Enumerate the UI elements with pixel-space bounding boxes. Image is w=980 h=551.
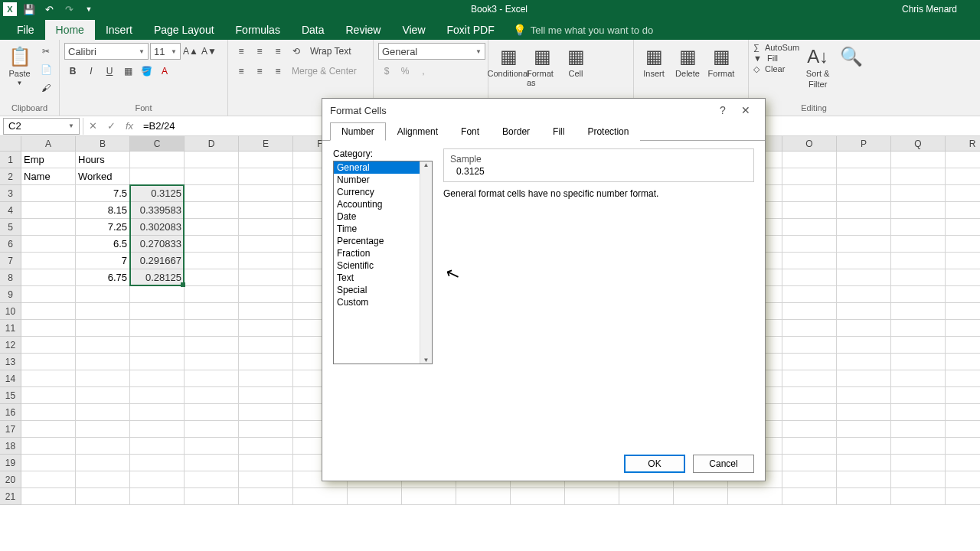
cell[interactable] (837, 152, 891, 168)
cell[interactable] (21, 337, 76, 354)
tab-data[interactable]: Data (291, 20, 335, 40)
cell[interactable] (946, 253, 980, 269)
enter-formula-icon[interactable]: ✓ (102, 118, 120, 135)
column-header[interactable]: E (239, 136, 293, 152)
cell[interactable] (946, 370, 980, 387)
column-header[interactable]: B (76, 136, 130, 152)
cell[interactable]: 8.15 (76, 202, 130, 219)
row-header[interactable]: 13 (0, 354, 21, 370)
select-all-corner[interactable] (0, 136, 21, 152)
cell[interactable] (239, 269, 293, 286)
category-item[interactable]: Special (334, 284, 432, 296)
font-color-button[interactable]: A (156, 63, 173, 80)
cell[interactable] (946, 421, 980, 438)
cell[interactable] (946, 320, 980, 337)
cell[interactable] (837, 253, 891, 269)
cell[interactable] (130, 337, 185, 354)
cell[interactable] (674, 488, 728, 505)
cell[interactable] (21, 269, 76, 286)
cell[interactable] (239, 471, 293, 488)
cell[interactable] (891, 370, 946, 387)
cell[interactable] (76, 455, 130, 471)
increase-font-icon[interactable]: A▲ (182, 43, 199, 60)
cell[interactable] (782, 337, 837, 354)
cell[interactable] (619, 488, 674, 505)
cell[interactable] (185, 404, 239, 421)
currency-icon[interactable]: $ (378, 63, 395, 80)
cell[interactable] (837, 387, 891, 404)
cell[interactable] (185, 471, 239, 488)
cell[interactable] (511, 488, 565, 505)
cell[interactable] (130, 438, 185, 455)
cell[interactable] (837, 185, 891, 202)
cell[interactable]: 6.75 (76, 269, 130, 286)
comma-icon[interactable]: , (415, 63, 432, 80)
cell[interactable] (782, 269, 837, 286)
cancel-formula-icon[interactable]: ✕ (83, 118, 102, 135)
cell[interactable] (130, 168, 185, 185)
cell[interactable]: 0.302083 (130, 219, 185, 236)
cell[interactable] (782, 488, 837, 505)
cell[interactable] (946, 471, 980, 488)
cell[interactable] (239, 202, 293, 219)
cell[interactable] (130, 488, 185, 505)
cell[interactable] (565, 488, 619, 505)
cell[interactable] (185, 337, 239, 354)
decrease-font-icon[interactable]: A▼ (201, 43, 217, 60)
cell[interactable] (239, 320, 293, 337)
cell[interactable] (185, 253, 239, 269)
font-name-combo[interactable]: Calibri▼ (64, 43, 149, 60)
column-header[interactable]: D (185, 136, 239, 152)
row-header[interactable]: 11 (0, 320, 21, 337)
cell[interactable]: Worked (76, 168, 130, 185)
tab-view[interactable]: View (391, 20, 436, 40)
cell[interactable] (21, 404, 76, 421)
cell[interactable] (946, 455, 980, 471)
row-header[interactable]: 16 (0, 404, 21, 421)
row-header[interactable]: 19 (0, 455, 21, 471)
cell[interactable] (21, 303, 76, 320)
cell[interactable]: 0.291667 (130, 253, 185, 269)
cell[interactable] (837, 303, 891, 320)
cell[interactable] (456, 488, 511, 505)
row-header[interactable]: 15 (0, 387, 21, 404)
cell[interactable] (76, 337, 130, 354)
cell[interactable] (130, 404, 185, 421)
cell[interactable] (891, 269, 946, 286)
cell[interactable] (782, 253, 837, 269)
listbox-scrollbar[interactable]: ▲▼ (420, 161, 432, 364)
conditional-formatting-button[interactable]: ▦Conditional (493, 43, 524, 78)
redo-icon[interactable]: ↷ (61, 2, 77, 17)
cell[interactable] (891, 387, 946, 404)
cell[interactable] (782, 404, 837, 421)
cut-icon[interactable]: ✂ (38, 43, 54, 60)
category-listbox[interactable]: GeneralNumberCurrencyAccountingDateTimeP… (333, 161, 433, 364)
orientation-icon[interactable]: ⟲ (288, 43, 305, 60)
tab-insert[interactable]: Insert (95, 20, 143, 40)
cell[interactable] (782, 455, 837, 471)
cell[interactable] (130, 421, 185, 438)
cell[interactable] (946, 269, 980, 286)
cell[interactable] (130, 354, 185, 370)
find-select-button[interactable]: 🔍 (836, 43, 867, 67)
cell[interactable] (185, 168, 239, 185)
copy-icon[interactable]: 📄 (38, 61, 54, 78)
column-header[interactable]: O (782, 136, 837, 152)
cell[interactable] (891, 438, 946, 455)
cell[interactable] (946, 488, 980, 505)
cell[interactable] (891, 152, 946, 168)
cell[interactable] (402, 488, 456, 505)
cell[interactable] (239, 236, 293, 253)
row-header[interactable]: 21 (0, 488, 21, 505)
cell[interactable] (239, 438, 293, 455)
cell[interactable] (891, 337, 946, 354)
cell[interactable] (837, 219, 891, 236)
cell[interactable] (837, 471, 891, 488)
cell[interactable] (782, 438, 837, 455)
cell[interactable] (21, 354, 76, 370)
dialog-help-icon[interactable]: ? (711, 99, 734, 121)
cell[interactable] (185, 219, 239, 236)
cell[interactable] (130, 152, 185, 168)
format-painter-icon[interactable]: 🖌 (38, 80, 54, 96)
undo-icon[interactable]: ↶ (41, 2, 57, 17)
